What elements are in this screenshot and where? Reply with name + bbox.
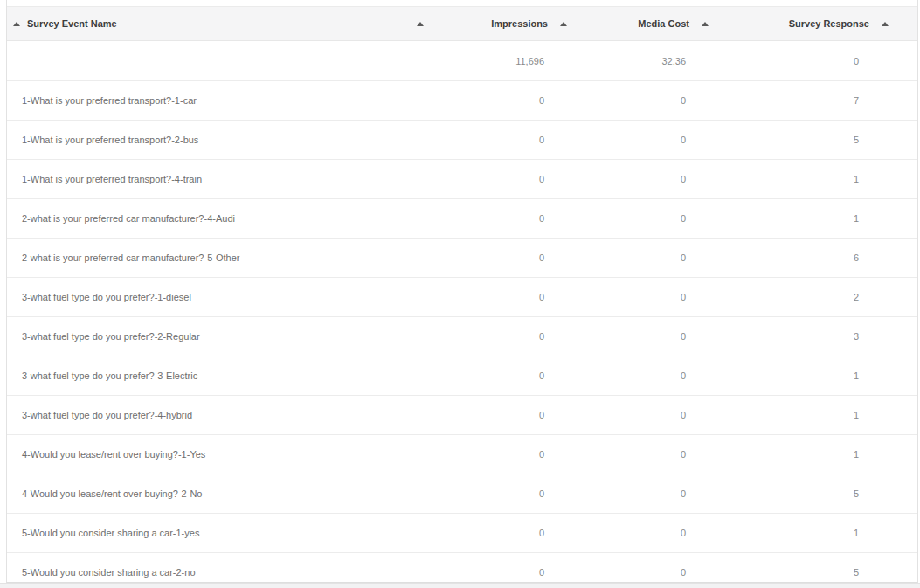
table-header-row: Survey Event NameImpressionsMedia CostSu… [7, 7, 917, 41]
column-header-impressions[interactable]: Impressions [432, 7, 577, 40]
cell-survey-event-name: 5-Would you consider sharing a car-2-no [7, 553, 432, 583]
cell-survey-response: 3 [718, 317, 917, 356]
cell-survey-event-name: 1-What is your preferred transport?-4-tr… [7, 160, 432, 198]
cell-media-cost: 0 [577, 474, 718, 513]
table-row: 5-Would you consider sharing a car-2-no0… [7, 553, 917, 583]
table-row: 1-What is your preferred transport?-1-ca… [7, 81, 917, 121]
cell-survey-event-name [7, 41, 432, 80]
cell-media-cost: 0 [577, 121, 718, 159]
column-header-label: Impressions [491, 18, 548, 29]
cell-survey-event-name: 5-Would you consider sharing a car-1-yes [7, 514, 432, 552]
cell-survey-response: 6 [718, 239, 917, 277]
cell-impressions: 0 [432, 553, 577, 583]
sort-caret-icon[interactable] [702, 22, 709, 26]
cell-survey-event-name: 2-what is your preferred car manufacture… [7, 199, 432, 238]
cell-impressions: 11,696 [432, 41, 577, 80]
cell-impressions: 0 [432, 474, 577, 513]
column-header-media-cost[interactable]: Media Cost [577, 7, 718, 40]
cell-survey-response: 1 [718, 514, 917, 552]
cell-survey-response: 1 [718, 396, 917, 434]
sort-caret-icon[interactable] [882, 22, 889, 26]
sort-caret-icon[interactable] [560, 22, 567, 26]
column-header-survey-event-name[interactable]: Survey Event Name [7, 7, 432, 40]
table-row: 3-what fuel type do you prefer?-1-diesel… [7, 278, 917, 317]
cell-media-cost: 0 [577, 514, 718, 552]
table-row: 1-What is your preferred transport?-4-tr… [7, 160, 917, 199]
cell-survey-response: 1 [718, 435, 917, 474]
cell-media-cost: 0 [577, 160, 718, 198]
sort-caret-icon[interactable] [417, 22, 424, 26]
column-header-survey-response[interactable]: Survey Response [718, 7, 917, 40]
cell-survey-response: 2 [718, 278, 917, 316]
table-row: 4-Would you lease/rent over buying?-1-Ye… [7, 435, 917, 474]
cell-survey-event-name: 3-what fuel type do you prefer?-3-Electr… [7, 356, 432, 395]
cell-impressions: 0 [432, 356, 577, 395]
cell-survey-event-name: 4-Would you lease/rent over buying?-1-Ye… [7, 435, 432, 474]
column-header-label: Survey Response [789, 18, 869, 29]
cell-media-cost: 0 [577, 435, 718, 474]
cell-media-cost: 0 [577, 199, 718, 238]
cell-survey-response: 1 [718, 199, 917, 238]
cell-survey-event-name: 3-what fuel type do you prefer?-1-diesel [7, 278, 432, 316]
cell-impressions: 0 [432, 160, 577, 198]
table-summary-row: 11,69632.360 [7, 41, 917, 81]
cell-impressions: 0 [432, 396, 577, 434]
cell-media-cost: 0 [577, 81, 718, 120]
cell-impressions: 0 [432, 81, 577, 120]
cell-survey-response: 5 [718, 121, 917, 159]
cell-media-cost: 0 [577, 396, 718, 434]
table-row: 1-What is your preferred transport?-2-bu… [7, 121, 917, 160]
cell-survey-response: 0 [718, 41, 917, 80]
cell-survey-response: 1 [718, 356, 917, 395]
cell-survey-event-name: 1-What is your preferred transport?-2-bu… [7, 121, 432, 159]
cell-survey-response: 1 [718, 160, 917, 198]
cell-impressions: 0 [432, 239, 577, 277]
cell-impressions: 0 [432, 199, 577, 238]
table-row: 5-Would you consider sharing a car-1-yes… [7, 514, 917, 553]
survey-report-table: Survey Event NameImpressionsMedia CostSu… [6, 0, 918, 583]
cell-impressions: 0 [432, 121, 577, 159]
cell-media-cost: 0 [577, 239, 718, 277]
column-header-label: Media Cost [638, 18, 689, 29]
table-row: 2-what is your preferred car manufacture… [7, 239, 917, 278]
cell-media-cost: 0 [577, 278, 718, 316]
cell-impressions: 0 [432, 435, 577, 474]
cell-impressions: 0 [432, 514, 577, 552]
table-bottom-bar [0, 583, 920, 588]
cell-media-cost: 32.36 [577, 41, 718, 80]
cell-survey-response: 5 [718, 553, 917, 583]
table-row: 4-Would you lease/rent over buying?-2-No… [7, 474, 917, 514]
cell-survey-response: 7 [718, 81, 917, 120]
cell-impressions: 0 [432, 317, 577, 356]
cell-survey-event-name: 3-what fuel type do you prefer?-4-hybrid [7, 396, 432, 434]
table-top-divider [7, 0, 917, 7]
cell-survey-event-name: 2-what is your preferred car manufacture… [7, 239, 432, 277]
table-body: 11,69632.3601-What is your preferred tra… [7, 41, 917, 583]
cell-media-cost: 0 [577, 553, 718, 583]
table-row: 3-what fuel type do you prefer?-4-hybrid… [7, 396, 917, 435]
column-header-label: Survey Event Name [27, 18, 117, 29]
cell-survey-response: 5 [718, 474, 917, 513]
cell-impressions: 0 [432, 278, 577, 316]
table-row: 3-what fuel type do you prefer?-2-Regula… [7, 317, 917, 356]
cell-survey-event-name: 3-what fuel type do you prefer?-2-Regula… [7, 317, 432, 356]
table-row: 3-what fuel type do you prefer?-3-Electr… [7, 356, 917, 396]
cell-media-cost: 0 [577, 317, 718, 356]
sort-ascending-icon[interactable] [13, 22, 20, 26]
cell-survey-event-name: 1-What is your preferred transport?-1-ca… [7, 81, 432, 120]
cell-survey-event-name: 4-Would you lease/rent over buying?-2-No [7, 474, 432, 513]
report-page: Survey Event NameImpressionsMedia CostSu… [0, 0, 920, 588]
table-row: 2-what is your preferred car manufacture… [7, 199, 917, 239]
cell-media-cost: 0 [577, 356, 718, 395]
